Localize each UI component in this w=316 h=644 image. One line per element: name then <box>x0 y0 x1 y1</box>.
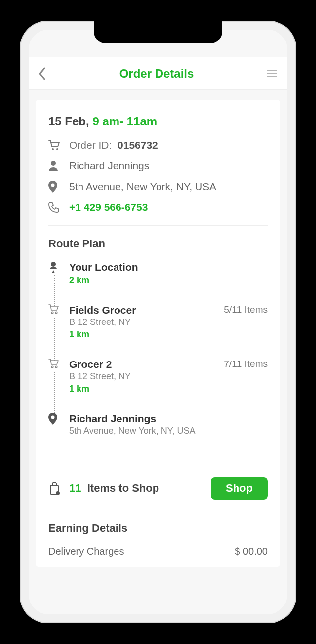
customer-row: Richard Jennings <box>48 160 268 172</box>
route-stop-distance: 1 km <box>69 384 268 394</box>
svg-point-5 <box>51 312 53 314</box>
phone-frame: Order Details 15 Feb, 9 am- 11am Order I… <box>20 21 296 623</box>
app-screen: Order Details 15 Feb, 9 am- 11am Order I… <box>29 30 287 614</box>
order-date: 15 Feb, <box>48 115 92 128</box>
route-stop-items: 5/11 Items <box>224 304 268 315</box>
phone-icon <box>48 202 60 213</box>
order-time-window: 9 am- 11am <box>92 115 157 128</box>
cart-outline-icon <box>48 359 60 394</box>
svg-point-11 <box>56 491 60 495</box>
person-icon <box>48 161 60 171</box>
route-stop-destination: Richard Jennings 5th Avenue, New York, N… <box>48 413 268 455</box>
bag-icon <box>48 482 60 495</box>
svg-point-4 <box>51 262 56 267</box>
divider <box>48 225 268 226</box>
customer-phone: +1 429 566-6753 <box>69 201 148 213</box>
address-row: 5th Avenue, New York, NY, USA <box>48 181 268 193</box>
route-stop-title: Richard Jennings <box>69 413 156 425</box>
order-id-row: Order ID: 0156732 <box>48 139 268 151</box>
route-stop-title: Your Location <box>69 261 138 273</box>
menu-button[interactable] <box>267 70 277 77</box>
cart-outline-icon <box>48 304 60 340</box>
earning-row: Delivery Charges $ 00.00 <box>48 546 268 557</box>
route-stop-title: Fields Grocer <box>69 304 136 316</box>
shop-items-label: Items to Shop <box>87 482 159 494</box>
route-plan-title: Route Plan <box>48 238 268 250</box>
svg-point-7 <box>51 366 53 368</box>
route-stop-distance: 1 km <box>69 329 268 340</box>
phone-row[interactable]: +1 429 566-6753 <box>48 201 268 213</box>
content: 15 Feb, 9 am- 11am Order ID: 0156732 Ric… <box>29 90 287 567</box>
route-stop-items: 7/11 Items <box>224 359 268 369</box>
route-stop-store: Fields Grocer 5/11 Items B 12 Street, NY… <box>48 304 268 359</box>
order-id-value: 0156732 <box>118 139 158 151</box>
route-stop-address: 5th Avenue, New York, NY, USA <box>69 426 268 436</box>
svg-point-6 <box>55 312 57 314</box>
earning-label: Delivery Charges <box>48 546 124 557</box>
shop-item-count: 11 <box>69 482 81 494</box>
shop-button[interactable]: Shop <box>211 477 268 500</box>
shop-bar: 11 Items to Shop Shop <box>48 468 268 509</box>
svg-point-8 <box>55 366 57 368</box>
route-stop-origin: Your Location 2 km <box>48 261 268 304</box>
order-id-label: Order ID: <box>69 139 112 151</box>
customer-name: Richard Jennings <box>69 160 149 172</box>
page-title: Order Details <box>119 67 194 80</box>
order-datetime: 15 Feb, 9 am- 11am <box>48 115 268 128</box>
top-bar: Order Details <box>29 57 287 90</box>
svg-point-1 <box>56 148 58 150</box>
svg-point-9 <box>51 416 55 419</box>
person-pin-icon <box>48 261 60 285</box>
phone-notch <box>94 21 222 43</box>
svg-point-2 <box>51 161 56 166</box>
svg-point-3 <box>51 184 55 187</box>
route-stop-address: B 12 Street, NY <box>69 371 268 382</box>
earning-details-title: Earning Details <box>48 522 268 535</box>
customer-address: 5th Avenue, New York, NY, USA <box>69 181 216 193</box>
cart-icon <box>48 140 60 151</box>
route-stop-store: Grocer 2 7/11 Items B 12 Street, NY 1 km <box>48 359 268 413</box>
earning-value: $ 00.00 <box>235 546 268 557</box>
route-stop-title: Grocer 2 <box>69 359 112 370</box>
order-card: 15 Feb, 9 am- 11am Order ID: 0156732 Ric… <box>36 100 280 567</box>
route-stop-distance: 2 km <box>69 275 268 285</box>
route-stop-address: B 12 Street, NY <box>69 317 268 327</box>
pin-icon <box>48 181 60 193</box>
back-button[interactable] <box>39 67 46 80</box>
pin-icon <box>48 413 60 436</box>
svg-point-0 <box>52 148 54 150</box>
